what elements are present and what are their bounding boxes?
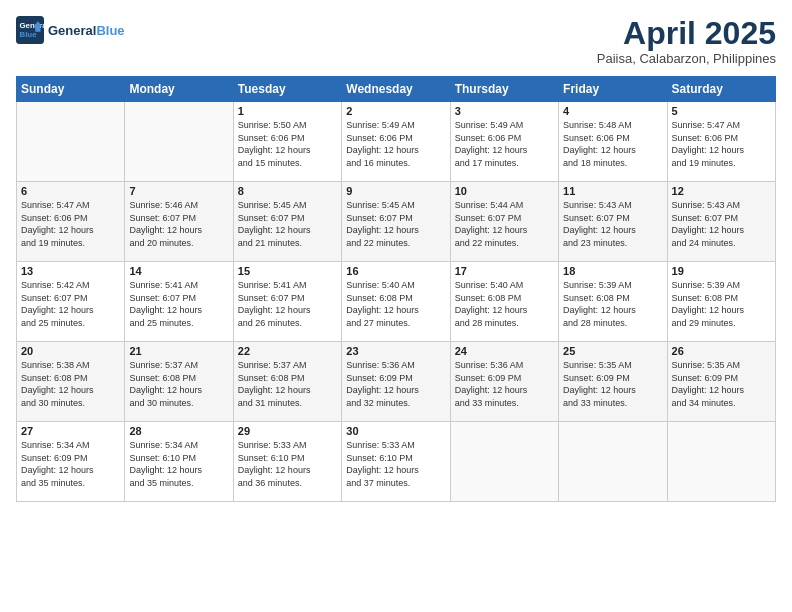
calendar-cell: 30Sunrise: 5:33 AM Sunset: 6:10 PM Dayli…: [342, 422, 450, 502]
calendar-table: Sunday Monday Tuesday Wednesday Thursday…: [16, 76, 776, 502]
month-title: April 2025: [597, 16, 776, 51]
day-number: 18: [563, 265, 662, 277]
col-sunday: Sunday: [17, 77, 125, 102]
day-number: 12: [672, 185, 771, 197]
day-number: 25: [563, 345, 662, 357]
day-info: Sunrise: 5:47 AM Sunset: 6:06 PM Dayligh…: [21, 199, 120, 249]
calendar-cell: [125, 102, 233, 182]
calendar-cell: 4Sunrise: 5:48 AM Sunset: 6:06 PM Daylig…: [559, 102, 667, 182]
day-number: 30: [346, 425, 445, 437]
calendar-cell: 18Sunrise: 5:39 AM Sunset: 6:08 PM Dayli…: [559, 262, 667, 342]
day-info: Sunrise: 5:40 AM Sunset: 6:08 PM Dayligh…: [346, 279, 445, 329]
calendar-cell: 19Sunrise: 5:39 AM Sunset: 6:08 PM Dayli…: [667, 262, 775, 342]
calendar-cell: 17Sunrise: 5:40 AM Sunset: 6:08 PM Dayli…: [450, 262, 558, 342]
day-info: Sunrise: 5:39 AM Sunset: 6:08 PM Dayligh…: [672, 279, 771, 329]
col-wednesday: Wednesday: [342, 77, 450, 102]
calendar-cell: 5Sunrise: 5:47 AM Sunset: 6:06 PM Daylig…: [667, 102, 775, 182]
calendar-cell: [559, 422, 667, 502]
day-info: Sunrise: 5:47 AM Sunset: 6:06 PM Dayligh…: [672, 119, 771, 169]
day-number: 4: [563, 105, 662, 117]
col-friday: Friday: [559, 77, 667, 102]
day-number: 16: [346, 265, 445, 277]
day-number: 26: [672, 345, 771, 357]
logo-icon: General Blue: [16, 16, 44, 44]
day-number: 14: [129, 265, 228, 277]
day-info: Sunrise: 5:39 AM Sunset: 6:08 PM Dayligh…: [563, 279, 662, 329]
day-info: Sunrise: 5:49 AM Sunset: 6:06 PM Dayligh…: [455, 119, 554, 169]
calendar-cell: 21Sunrise: 5:37 AM Sunset: 6:08 PM Dayli…: [125, 342, 233, 422]
day-number: 28: [129, 425, 228, 437]
location-subtitle: Paiisa, Calabarzon, Philippines: [597, 51, 776, 66]
calendar-week-row: 1Sunrise: 5:50 AM Sunset: 6:06 PM Daylig…: [17, 102, 776, 182]
day-number: 15: [238, 265, 337, 277]
calendar-cell: 13Sunrise: 5:42 AM Sunset: 6:07 PM Dayli…: [17, 262, 125, 342]
page-container: General Blue GeneralBlue April 2025 Paii…: [0, 0, 792, 612]
day-number: 8: [238, 185, 337, 197]
day-info: Sunrise: 5:34 AM Sunset: 6:09 PM Dayligh…: [21, 439, 120, 489]
day-info: Sunrise: 5:46 AM Sunset: 6:07 PM Dayligh…: [129, 199, 228, 249]
calendar-cell: 6Sunrise: 5:47 AM Sunset: 6:06 PM Daylig…: [17, 182, 125, 262]
day-number: 5: [672, 105, 771, 117]
calendar-cell: [17, 102, 125, 182]
day-info: Sunrise: 5:34 AM Sunset: 6:10 PM Dayligh…: [129, 439, 228, 489]
col-thursday: Thursday: [450, 77, 558, 102]
day-info: Sunrise: 5:44 AM Sunset: 6:07 PM Dayligh…: [455, 199, 554, 249]
day-number: 21: [129, 345, 228, 357]
calendar-cell: 25Sunrise: 5:35 AM Sunset: 6:09 PM Dayli…: [559, 342, 667, 422]
day-number: 3: [455, 105, 554, 117]
calendar-week-row: 13Sunrise: 5:42 AM Sunset: 6:07 PM Dayli…: [17, 262, 776, 342]
day-number: 7: [129, 185, 228, 197]
logo: General Blue GeneralBlue: [16, 16, 125, 44]
calendar-cell: 7Sunrise: 5:46 AM Sunset: 6:07 PM Daylig…: [125, 182, 233, 262]
day-info: Sunrise: 5:35 AM Sunset: 6:09 PM Dayligh…: [672, 359, 771, 409]
calendar-cell: 2Sunrise: 5:49 AM Sunset: 6:06 PM Daylig…: [342, 102, 450, 182]
day-info: Sunrise: 5:48 AM Sunset: 6:06 PM Dayligh…: [563, 119, 662, 169]
calendar-cell: 9Sunrise: 5:45 AM Sunset: 6:07 PM Daylig…: [342, 182, 450, 262]
svg-text:Blue: Blue: [20, 30, 38, 39]
day-info: Sunrise: 5:49 AM Sunset: 6:06 PM Dayligh…: [346, 119, 445, 169]
calendar-cell: 3Sunrise: 5:49 AM Sunset: 6:06 PM Daylig…: [450, 102, 558, 182]
calendar-cell: 1Sunrise: 5:50 AM Sunset: 6:06 PM Daylig…: [233, 102, 341, 182]
day-number: 6: [21, 185, 120, 197]
calendar-cell: 22Sunrise: 5:37 AM Sunset: 6:08 PM Dayli…: [233, 342, 341, 422]
day-info: Sunrise: 5:50 AM Sunset: 6:06 PM Dayligh…: [238, 119, 337, 169]
calendar-cell: [450, 422, 558, 502]
day-number: 20: [21, 345, 120, 357]
title-block: April 2025 Paiisa, Calabarzon, Philippin…: [597, 16, 776, 66]
calendar-cell: 23Sunrise: 5:36 AM Sunset: 6:09 PM Dayli…: [342, 342, 450, 422]
col-tuesday: Tuesday: [233, 77, 341, 102]
day-info: Sunrise: 5:35 AM Sunset: 6:09 PM Dayligh…: [563, 359, 662, 409]
day-number: 24: [455, 345, 554, 357]
day-number: 29: [238, 425, 337, 437]
calendar-cell: 29Sunrise: 5:33 AM Sunset: 6:10 PM Dayli…: [233, 422, 341, 502]
calendar-week-row: 6Sunrise: 5:47 AM Sunset: 6:06 PM Daylig…: [17, 182, 776, 262]
day-number: 19: [672, 265, 771, 277]
day-info: Sunrise: 5:45 AM Sunset: 6:07 PM Dayligh…: [238, 199, 337, 249]
calendar-cell: 11Sunrise: 5:43 AM Sunset: 6:07 PM Dayli…: [559, 182, 667, 262]
calendar-cell: 28Sunrise: 5:34 AM Sunset: 6:10 PM Dayli…: [125, 422, 233, 502]
day-info: Sunrise: 5:41 AM Sunset: 6:07 PM Dayligh…: [238, 279, 337, 329]
calendar-cell: 16Sunrise: 5:40 AM Sunset: 6:08 PM Dayli…: [342, 262, 450, 342]
day-number: 23: [346, 345, 445, 357]
calendar-header-row: Sunday Monday Tuesday Wednesday Thursday…: [17, 77, 776, 102]
day-info: Sunrise: 5:42 AM Sunset: 6:07 PM Dayligh…: [21, 279, 120, 329]
day-info: Sunrise: 5:38 AM Sunset: 6:08 PM Dayligh…: [21, 359, 120, 409]
header: General Blue GeneralBlue April 2025 Paii…: [16, 16, 776, 66]
day-info: Sunrise: 5:40 AM Sunset: 6:08 PM Dayligh…: [455, 279, 554, 329]
day-number: 11: [563, 185, 662, 197]
calendar-cell: 12Sunrise: 5:43 AM Sunset: 6:07 PM Dayli…: [667, 182, 775, 262]
calendar-cell: 26Sunrise: 5:35 AM Sunset: 6:09 PM Dayli…: [667, 342, 775, 422]
day-number: 1: [238, 105, 337, 117]
calendar-cell: 27Sunrise: 5:34 AM Sunset: 6:09 PM Dayli…: [17, 422, 125, 502]
calendar-cell: 8Sunrise: 5:45 AM Sunset: 6:07 PM Daylig…: [233, 182, 341, 262]
logo-text: GeneralBlue: [48, 23, 125, 38]
col-saturday: Saturday: [667, 77, 775, 102]
day-number: 22: [238, 345, 337, 357]
day-info: Sunrise: 5:45 AM Sunset: 6:07 PM Dayligh…: [346, 199, 445, 249]
day-number: 10: [455, 185, 554, 197]
calendar-week-row: 20Sunrise: 5:38 AM Sunset: 6:08 PM Dayli…: [17, 342, 776, 422]
calendar-cell: 24Sunrise: 5:36 AM Sunset: 6:09 PM Dayli…: [450, 342, 558, 422]
day-info: Sunrise: 5:36 AM Sunset: 6:09 PM Dayligh…: [455, 359, 554, 409]
day-number: 27: [21, 425, 120, 437]
col-monday: Monday: [125, 77, 233, 102]
